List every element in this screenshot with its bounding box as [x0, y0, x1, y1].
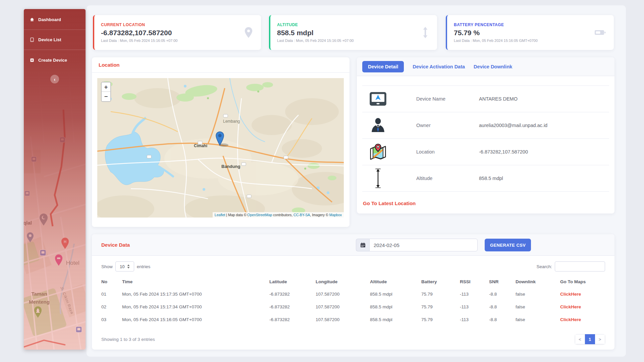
- column-header[interactable]: Time: [122, 276, 269, 288]
- detail-label: Altitude: [416, 176, 432, 181]
- column-header[interactable]: RSSI: [460, 276, 489, 288]
- location-panel: Location: [92, 57, 350, 227]
- license-link[interactable]: CC-BY-SA: [293, 213, 310, 217]
- cell-longitude: 107.587200: [316, 288, 370, 300]
- card-title: BATTERY PENCENTAGE: [454, 22, 538, 27]
- cell-downlink: false: [516, 300, 560, 313]
- device-data-table: No Time Latitude Longitude Altitude Batt…: [101, 276, 605, 326]
- card-last-data: Last Data : Mon, 05 Feb 2024 15:16:05 +0…: [101, 39, 177, 43]
- leaflet-link[interactable]: Leaflet: [215, 213, 225, 217]
- tab-device-detail[interactable]: Device Detail: [362, 61, 404, 72]
- detail-row-location: Location -6.873282,107.587200: [362, 139, 609, 165]
- detail-label: Location: [416, 149, 435, 155]
- osm-link[interactable]: OpenStreetMap: [247, 213, 272, 217]
- detail-row-owner: Owner aurelia20003@mail.unpad.ac.id: [362, 112, 609, 139]
- detail-row-altitude: Altitude 858.5 mdpl: [362, 165, 609, 192]
- map-viewport[interactable]: Lembang Cimahi Bandung + − Leaflet | Map…: [97, 78, 344, 218]
- search-label: Search:: [536, 264, 552, 269]
- search-input[interactable]: [555, 261, 605, 272]
- map-zoom-control: + −: [101, 82, 111, 102]
- zoom-out-button[interactable]: −: [102, 92, 110, 101]
- battery-icon: [594, 29, 606, 36]
- go-to-maps-link[interactable]: ClickHere: [560, 317, 581, 322]
- detail-value: -6.873282,107.587200: [479, 149, 528, 155]
- cell-battery: 75.79: [421, 300, 460, 313]
- tab-device-activation-data[interactable]: Device Activation Data: [413, 64, 465, 69]
- go-to-latest-location-link[interactable]: Go To Latest Location: [363, 200, 416, 206]
- sidebar-item-label: Create Device: [38, 58, 67, 63]
- table-header-row: No Time Latitude Longitude Altitude Batt…: [101, 276, 605, 288]
- card-last-data: Last Data : Mon, 05 Feb 2024 15:16:05 +0…: [277, 39, 354, 43]
- attribution-text: contributors,: [272, 213, 293, 217]
- column-header[interactable]: Longitude: [316, 276, 370, 288]
- sidebar-collapse-button[interactable]: ‹: [50, 75, 59, 83]
- detail-row-device-name: Device Name ANTARES DEMO: [362, 86, 609, 112]
- map-town-label: Cimahi: [194, 143, 207, 148]
- page-length-select[interactable]: 10: [115, 261, 134, 272]
- column-header[interactable]: SNR: [489, 276, 516, 288]
- pagination-page-1[interactable]: 1: [585, 334, 595, 344]
- go-to-maps-link[interactable]: ClickHere: [560, 304, 581, 309]
- home-icon: [30, 17, 35, 22]
- column-header[interactable]: Downlink: [516, 276, 560, 288]
- device-screen-icon: [366, 91, 390, 107]
- table-controls: Show 10 entries Search:: [101, 261, 605, 272]
- cell-no: 03: [101, 313, 122, 326]
- sidebar-item-create-device[interactable]: Create Device: [24, 50, 86, 70]
- map-town-label: Bandung: [221, 164, 240, 169]
- device-data-header: Device Data GENERATE CSV: [92, 234, 614, 256]
- table-footer: Showing 1 to 3 of 3 entries < 1 >: [101, 334, 605, 346]
- date-input[interactable]: [369, 239, 478, 251]
- column-header[interactable]: Latitude: [269, 276, 316, 288]
- column-header[interactable]: Battery: [421, 276, 460, 288]
- map-marker-icon[interactable]: [215, 131, 230, 147]
- sidebar-item-device-list[interactable]: Device List: [24, 30, 86, 50]
- cell-no: 01: [101, 288, 122, 300]
- attribution-text: , Imagery ©: [310, 213, 329, 217]
- table-row: 03 Mon, 05 Feb 2024 15:16:05 GMT+0700 -6…: [101, 313, 605, 326]
- cell-time: Mon, 05 Feb 2024 15:17:35 GMT+0700: [122, 288, 269, 300]
- column-header[interactable]: Go To Maps: [560, 276, 605, 288]
- tab-device-downlink[interactable]: Device Downlink: [474, 64, 512, 69]
- column-header[interactable]: Altitude: [370, 276, 421, 288]
- sidebar-item-label: Dashboard: [38, 17, 61, 22]
- cell-battery: 75.79: [421, 288, 460, 300]
- sidebar-item-dashboard[interactable]: Dashboard: [24, 10, 86, 30]
- column-header[interactable]: No: [101, 276, 122, 288]
- card-last-data: Last Data : Mon, 05 Feb 2024 15:16:05 GM…: [454, 39, 538, 43]
- mapbox-link[interactable]: Mapbox: [329, 213, 342, 217]
- card-value: 75.79 %: [454, 29, 538, 37]
- generate-csv-button[interactable]: GENERATE CSV: [485, 239, 531, 251]
- pagination-prev[interactable]: <: [575, 334, 585, 344]
- show-label: Show: [101, 264, 113, 269]
- cell-rssi: -113: [460, 313, 489, 326]
- card-battery: BATTERY PENCENTAGE 75.79 % Last Data : M…: [446, 15, 614, 50]
- card-title: CURRENT LOCATION: [101, 22, 177, 27]
- zoom-in-button[interactable]: +: [102, 82, 110, 92]
- device-data-body: Show 10 entries Search: No T: [92, 256, 614, 350]
- card-altitude: ALTITUDE 858.5 mdpl Last Data : Mon, 05 …: [269, 15, 437, 50]
- cell-latitude: -6.873282: [269, 313, 316, 326]
- plus-square-icon: [30, 58, 35, 63]
- cell-snr: -8.8: [489, 300, 516, 313]
- card-title: ALTITUDE: [277, 22, 354, 27]
- cell-altitude: 858.5 mdpl: [370, 300, 421, 313]
- cell-rssi: -113: [460, 288, 489, 300]
- cell-snr: -8.8: [489, 288, 516, 300]
- detail-tabs: Device Detail Device Activation Data Dev…: [357, 57, 614, 76]
- height-ruler-icon: [366, 168, 390, 189]
- cell-latitude: -6.873282: [269, 300, 316, 313]
- page-length-value: 10: [120, 264, 124, 269]
- card-value: 858.5 mdpl: [277, 29, 354, 37]
- pagination-next[interactable]: >: [595, 334, 605, 344]
- cell-rssi: -113: [460, 300, 489, 313]
- go-to-maps-link[interactable]: ClickHere: [560, 292, 581, 297]
- cell-snr: -8.8: [489, 313, 516, 326]
- detail-value: ANTARES DEMO: [479, 96, 518, 102]
- entries-label: entries: [137, 264, 151, 269]
- detail-label: Device Name: [416, 96, 445, 102]
- device-icon: [30, 37, 35, 42]
- location-pin-icon: [244, 27, 253, 38]
- sidebar: H iqlal Hotel Tama: [24, 9, 86, 350]
- cell-longitude: 107.587200: [316, 300, 370, 313]
